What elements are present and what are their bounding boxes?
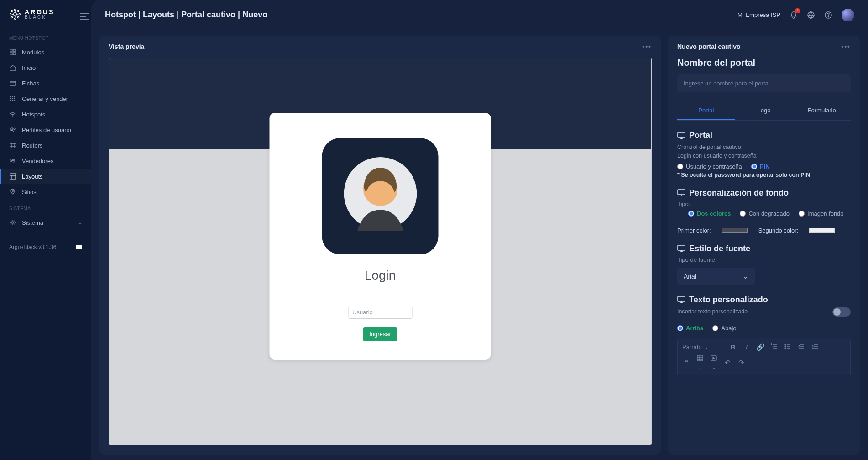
primer-color-label: Primer color: (677, 227, 711, 234)
logo-icon (9, 8, 21, 20)
svg-point-3 (10, 13, 11, 15)
svg-point-7 (11, 16, 12, 18)
svg-point-22 (14, 100, 15, 101)
bell-icon[interactable]: 4 (790, 11, 798, 19)
chevron-down-icon: ⌄ (743, 273, 748, 280)
sidebar-item-routers[interactable]: Routers (0, 137, 91, 153)
portal-name-input[interactable] (677, 74, 851, 92)
main: Hotspot | Layouts | Portal cautivo | Nue… (91, 0, 868, 460)
radio-userpass[interactable]: Usuario y contraseña (677, 163, 742, 170)
svg-point-18 (12, 98, 13, 99)
radio-abajo[interactable]: Abajo (712, 325, 736, 332)
sidebar-item-generar[interactable]: Generar y vender (0, 91, 91, 106)
svg-point-4 (19, 13, 20, 15)
svg-point-15 (12, 96, 13, 97)
version-text: ArgusBlack v3.1.36 (9, 244, 56, 250)
sidebar-item-inicio[interactable]: Inicio (0, 60, 91, 75)
svg-point-20 (10, 100, 11, 101)
table-icon[interactable]: ⌄ (696, 355, 704, 370)
globe-icon[interactable] (807, 11, 815, 19)
hash-icon (9, 142, 16, 149)
svg-rect-9 (10, 49, 12, 52)
paragraph-select[interactable]: Párrafo ⌄ (682, 344, 723, 350)
list-ol-icon[interactable]: 1 (770, 343, 778, 351)
gear-icon (9, 219, 16, 226)
fondo-tipo-label: Tipo: (677, 201, 851, 207)
svg-point-43 (785, 348, 786, 349)
radio-label: Usuario y contraseña (686, 163, 742, 170)
sidebar-item-hotspots[interactable]: Hotspots (0, 106, 91, 122)
svg-point-33 (828, 16, 828, 17)
primer-color-swatch[interactable] (722, 228, 748, 233)
svg-rect-13 (10, 81, 16, 85)
fondo-heading: Personalización de fondo (689, 188, 789, 198)
svg-rect-37 (678, 190, 685, 195)
svg-point-19 (14, 98, 15, 99)
section-label-hotspot: MENU HOTSPOT (0, 29, 91, 44)
radio-pin[interactable]: PIN (751, 163, 770, 170)
wifi-icon (9, 111, 16, 118)
indent-icon[interactable] (811, 343, 819, 351)
undo-icon[interactable]: ↶ (723, 359, 732, 367)
section-label-sistema: SISTEMA (0, 200, 91, 215)
sidebar-item-label: Generar y vender (22, 95, 68, 102)
sidebar-item-fichas[interactable]: Fichas (0, 75, 91, 91)
svg-point-42 (785, 346, 786, 347)
tab-formulario[interactable]: Formulario (793, 101, 851, 120)
topbar: Hotspot | Layouts | Portal cautivo | Nue… (91, 0, 868, 30)
italic-icon[interactable]: I (743, 343, 751, 351)
radio-label: Imagen fondo (807, 210, 844, 217)
radio-label: Con degradado (748, 210, 790, 217)
menu-toggle-icon[interactable] (80, 13, 89, 22)
sidebar-item-perfiles[interactable]: Perfiles de usuario (0, 122, 91, 137)
segundo-color-swatch[interactable] (809, 228, 835, 233)
quote-icon[interactable]: ❝ (682, 358, 690, 368)
svg-point-27 (13, 159, 15, 161)
portal-desc2: Login con usuario y contraseña (677, 152, 851, 160)
radio-degradado[interactable]: Con degradado (740, 210, 790, 217)
sidebar: ARGUS BLACK MENU HOTSPOT Modulos Inicio … (0, 0, 91, 460)
bold-icon[interactable]: B (729, 343, 737, 351)
radio-imagen[interactable]: Imagen fondo (799, 210, 844, 217)
redo-icon[interactable]: ↷ (737, 359, 745, 367)
usuario-input[interactable] (348, 306, 412, 319)
svg-rect-10 (13, 49, 16, 52)
sidebar-item-label: Vendedores (22, 158, 53, 164)
fuente-tipo-label: Tipo de fuente: (677, 256, 851, 263)
sidebar-item-label: Sitios (22, 189, 37, 196)
preview-title: Vista previa (109, 43, 144, 50)
sidebar-item-sistema[interactable]: Sistema ⌄ (0, 215, 91, 230)
users-icon (9, 126, 16, 133)
card-menu-icon[interactable]: ••• (841, 43, 851, 50)
radio-arriba[interactable]: Arriba (677, 325, 703, 332)
avatar[interactable] (842, 9, 854, 21)
grid2-icon (9, 95, 16, 102)
radio-doscolores[interactable]: Dos colores (688, 210, 731, 217)
sidebar-item-vendedores[interactable]: Vendedores (0, 153, 91, 169)
ingresar-button[interactable]: Ingresar (363, 327, 397, 341)
svg-rect-28 (10, 174, 16, 179)
font-select-value: Arial (684, 273, 696, 280)
svg-point-5 (11, 10, 12, 11)
font-select[interactable]: Arial ⌄ (677, 268, 755, 285)
preview-viewport: Login Ingresar (109, 58, 652, 445)
card-menu-icon[interactable]: ••• (642, 43, 652, 50)
media-icon[interactable]: ⌄ (710, 355, 718, 370)
outdent-icon[interactable] (797, 343, 805, 351)
list-ul-icon[interactable] (784, 343, 792, 351)
monitor-icon (677, 189, 685, 197)
help-icon[interactable] (824, 11, 832, 19)
radio-label: Dos colores (697, 210, 731, 217)
svg-rect-44 (697, 355, 703, 361)
sidebar-item-sitios[interactable]: Sitios (0, 184, 91, 200)
sidebar-item-layouts[interactable]: Layouts (0, 169, 91, 184)
portal-desc1: Crontrol de portal cautivo. (677, 143, 851, 152)
monitor-icon (677, 132, 685, 140)
sidebar-item-modulos[interactable]: Modulos (0, 44, 91, 60)
texto-toggle[interactable] (832, 307, 851, 317)
tab-portal[interactable]: Portal (677, 101, 735, 120)
tab-logo[interactable]: Logo (735, 101, 793, 120)
svg-point-41 (785, 344, 786, 345)
svg-point-6 (17, 10, 19, 11)
link-icon[interactable]: 🔗 (756, 343, 764, 351)
